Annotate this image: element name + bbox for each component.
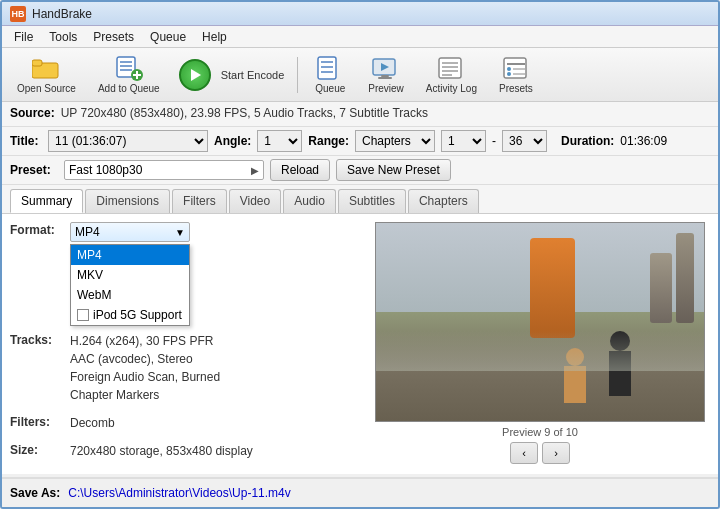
range-label: Range: [308,134,349,148]
queue-label: Queue [315,83,345,94]
svg-rect-9 [318,57,336,79]
tab-subtitles[interactable]: Subtitles [338,189,406,213]
presets-toolbar-button[interactable]: Presets [490,52,542,98]
angle-select[interactable]: 1 [257,130,302,152]
tab-video[interactable]: Video [229,189,281,213]
filters-label: Filters: [10,414,70,429]
app-title: HandBrake [32,7,92,21]
title-field-label: Title: [10,134,42,148]
menu-tools[interactable]: Tools [41,28,85,46]
format-option-mp4[interactable]: MP4 [71,245,189,265]
duration-value: 01:36:09 [620,134,667,148]
svg-point-24 [507,67,511,71]
format-dropdown-list: MP4 MKV WebM iPod 5G Support [70,244,190,326]
preview-prev-button[interactable]: ‹ [510,442,538,464]
format-row: Format: MP4 ▼ MP4 MKV [10,222,360,242]
start-encode-button[interactable] [179,59,211,91]
tab-chapters[interactable]: Chapters [408,189,479,213]
save-bar: Save As: C:\Users\Administrator\Videos\U… [2,477,718,507]
main-content: Format: MP4 ▼ MP4 MKV [2,214,718,474]
source-area: Source: UP 720x480 (853x480), 23.98 FPS,… [2,102,718,127]
add-to-queue-button[interactable]: Add to Queue [89,52,169,98]
duration-label: Duration: [561,134,614,148]
tracks-line-4: Chapter Markers [70,386,220,404]
dropdown-arrow-icon: ▼ [175,227,185,238]
menu-queue[interactable]: Queue [142,28,194,46]
range-select[interactable]: Chapters [355,130,435,152]
scene-tower [530,238,575,338]
presets-toolbar-label: Presets [499,83,533,94]
format-option-ipod[interactable]: iPod 5G Support [71,305,189,325]
tabs-container: Summary Dimensions Filters Video Audio S… [2,185,718,214]
open-source-label: Open Source [17,83,76,94]
open-folder-icon [32,56,60,80]
preview-button[interactable]: Preview [359,52,413,98]
format-option-mkv[interactable]: MKV [71,265,189,285]
preview-next-button[interactable]: › [542,442,570,464]
title-row: Title: 11 (01:36:07) Angle: 1 Range: Cha… [2,127,718,156]
tab-audio[interactable]: Audio [283,189,336,213]
open-source-button[interactable]: Open Source [8,52,85,98]
size-value: 720x480 storage, 853x480 display [70,442,253,460]
right-panel: Preview 9 of 10 ‹ › [370,222,710,466]
chapter-start-select[interactable]: 1 [441,130,486,152]
tab-filters[interactable]: Filters [172,189,227,213]
preset-label: Preset: [10,163,58,177]
left-panel: Format: MP4 ▼ MP4 MKV [10,222,360,466]
tab-summary[interactable]: Summary [10,189,83,213]
svg-rect-1 [32,60,42,66]
preset-arrow-icon: ▶ [251,165,259,176]
title-bar: HB HandBrake [2,2,718,26]
angle-label: Angle: [214,134,251,148]
tracks-row: Tracks: H.264 (x264), 30 FPS PFR AAC (av… [10,332,360,404]
menu-file[interactable]: File [6,28,41,46]
tab-dimensions[interactable]: Dimensions [85,189,170,213]
preset-row: Preset: Fast 1080p30 ▶ Reload Save New P… [2,156,718,185]
format-option-webm[interactable]: WebM [71,285,189,305]
rock-2 [676,233,694,323]
save-preset-button[interactable]: Save New Preset [336,159,451,181]
svg-point-26 [507,72,511,76]
activity-log-button[interactable]: Activity Log [417,52,486,98]
toolbar: Open Source Add to Queue Start Encode [2,48,718,102]
reload-button[interactable]: Reload [270,159,330,181]
toolbar-separator-1 [297,57,298,93]
tracks-value: H.264 (x264), 30 FPS PFR AAC (avcodec), … [70,332,220,404]
tracks-line-3: Foreign Audio Scan, Burned [70,368,220,386]
activity-log-label: Activity Log [426,83,477,94]
preview-label: Preview [368,83,404,94]
svg-rect-16 [378,77,392,79]
title-select[interactable]: 11 (01:36:07) [48,130,208,152]
app-icon: HB [10,6,26,22]
svg-rect-15 [381,75,389,77]
chapter-end-select[interactable]: 36 [502,130,547,152]
format-selected-value: MP4 [75,225,100,239]
preset-selector[interactable]: Fast 1080p30 ▶ [64,160,264,180]
figure-2-body [564,366,586,403]
queue-icon [316,55,344,81]
tracks-line-2: AAC (avcodec), Stereo [70,350,220,368]
scene-mist [376,331,704,371]
scene-background [376,223,704,421]
rock-1 [650,253,672,323]
menu-help[interactable]: Help [194,28,235,46]
format-select[interactable]: MP4 ▼ [70,222,190,242]
chapter-dash: - [492,134,496,148]
save-path[interactable]: C:\Users\Administrator\Videos\Up-11.m4v [68,486,291,500]
source-label: Source: [10,106,55,120]
menu-presets[interactable]: Presets [85,28,142,46]
add-queue-icon [115,55,143,81]
ipod-checkbox[interactable] [77,309,89,321]
filters-row: Filters: Decomb [10,414,360,432]
preview-icon [372,56,400,80]
queue-button[interactable]: Queue [305,52,355,98]
format-label: Format: [10,222,70,237]
format-dropdown-container: MP4 ▼ MP4 MKV WebM [70,222,190,242]
tracks-label: Tracks: [10,332,70,347]
preset-value: Fast 1080p30 [69,163,142,177]
save-as-label: Save As: [10,486,60,500]
preview-navigation: ‹ › [510,442,570,464]
size-row: Size: 720x480 storage, 853x480 display [10,442,360,460]
scene-structures [650,233,694,323]
presets-icon [502,56,530,80]
